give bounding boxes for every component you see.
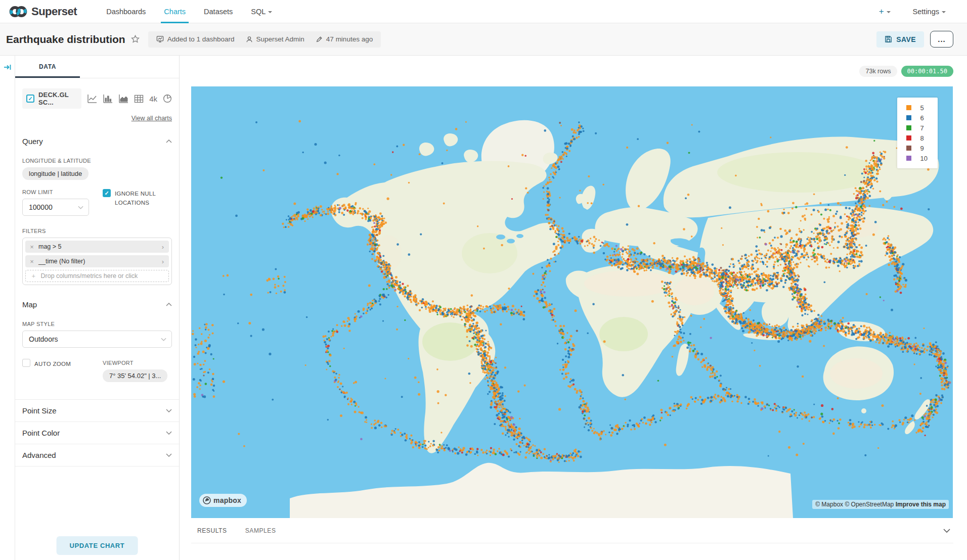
lonlat-label: LONGITUDE & LATITUDE: [22, 158, 172, 164]
chart-meta-bar: Added to 1 dashboard Superset Admin 47 m…: [148, 31, 381, 48]
nav-item-datasets[interactable]: Datasets: [195, 0, 242, 23]
line-chart-icon[interactable]: [87, 94, 97, 103]
query-section-header[interactable]: Query: [22, 137, 172, 146]
filters-label: FILTERS: [22, 228, 172, 234]
pie-chart-icon[interactable]: [163, 94, 172, 103]
table-icon[interactable]: [134, 95, 144, 103]
improve-map-link[interactable]: Improve this map: [896, 501, 946, 508]
ignore-null-label: IGNORE NULL LOCATIONS: [115, 189, 172, 208]
more-options-button[interactable]: ...: [930, 31, 953, 48]
legend-entry[interactable]: 6: [903, 113, 931, 123]
deckgl-map[interactable]: 5678910 mapbox © Mapbox © OpenStreetMap …: [191, 86, 953, 518]
results-tabbar: RESULTS SAMPLES: [191, 518, 953, 543]
superset-infinity-icon: [9, 4, 27, 19]
chevron-down-icon: [166, 409, 172, 412]
chevron-right-icon: ›: [157, 258, 169, 265]
row-count-badge: 73k rows: [859, 66, 897, 77]
pencil-icon: [316, 36, 323, 43]
legend-label: 7: [920, 124, 924, 132]
big-number-icon[interactable]: 4k: [149, 95, 157, 103]
map-attribution: © Mapbox © OpenStreetMap Improve this ma…: [812, 500, 949, 509]
chevron-down-icon: [887, 11, 891, 13]
legend-entry[interactable]: 5: [903, 103, 931, 113]
filter-drop-zone[interactable]: ＋ Drop columns/metrics here or click: [25, 270, 169, 282]
update-chart-button[interactable]: UPDATE CHART: [57, 536, 138, 555]
point-color-section[interactable]: Point Color: [15, 422, 179, 444]
favorite-star-icon[interactable]: [130, 34, 140, 44]
data-panel: DATA ✓ DECK.GL SC...: [15, 56, 180, 560]
legend-entry[interactable]: 7: [903, 123, 931, 133]
legend-label: 5: [920, 104, 924, 112]
nav-item-charts[interactable]: Charts: [155, 0, 195, 23]
row-limit-select[interactable]: 100000: [22, 199, 89, 216]
legend-label: 6: [920, 114, 924, 122]
ignore-null-checkbox: ✓: [103, 189, 111, 197]
legend-swatch: [906, 125, 911, 130]
nav-item-dashboards[interactable]: Dashboards: [97, 0, 155, 23]
tab-results[interactable]: RESULTS: [197, 527, 227, 534]
mapbox-icon: [203, 496, 211, 504]
dashboard-icon: [156, 35, 164, 43]
chevron-right-icon: ›: [157, 243, 169, 251]
top-nav: Superset Dashboards Charts Datasets SQL …: [0, 0, 967, 23]
ignore-null-checkbox-row[interactable]: ✓ IGNORE NULL LOCATIONS: [103, 189, 172, 208]
nav-item-sql[interactable]: SQL: [242, 0, 281, 23]
legend-swatch: [906, 135, 911, 141]
filter-chip-time[interactable]: × __time (No filter) ›: [25, 255, 169, 267]
collapse-results-icon[interactable]: [943, 529, 953, 533]
lonlat-value-pill[interactable]: longitude | latitude: [22, 167, 89, 180]
tab-data[interactable]: DATA: [15, 56, 80, 78]
settings-menu[interactable]: Settings: [904, 0, 955, 23]
legend-label: 8: [920, 134, 924, 142]
legend-swatch: [906, 115, 911, 120]
superset-logo[interactable]: Superset: [9, 4, 77, 19]
row-limit-label: ROW LIMIT: [22, 189, 101, 195]
legend-entry[interactable]: 10: [903, 153, 931, 163]
page-title: Earthquake distribution: [6, 33, 125, 45]
filter-chip-mag[interactable]: × mag > 5 ›: [25, 241, 169, 253]
expand-panel-icon[interactable]: [4, 64, 12, 71]
world-map: [191, 86, 953, 518]
collapse-rail: [0, 56, 15, 560]
chevron-down-icon: [161, 338, 166, 341]
save-icon: [885, 35, 892, 43]
advanced-section[interactable]: Advanced: [15, 444, 179, 466]
panel-tabbar: DATA: [15, 56, 179, 78]
area-chart-icon[interactable]: [118, 94, 128, 103]
point-size-section[interactable]: Point Size: [15, 400, 179, 422]
viz-type-selected[interactable]: ✓ DECK.GL SC...: [22, 88, 81, 109]
user-icon: [246, 36, 253, 43]
chart-header: Earthquake distribution Added to 1 dashb…: [0, 23, 967, 56]
owner-meta[interactable]: Superset Admin: [246, 35, 304, 43]
collapsed-sections: Point Size Point Color Advanced: [15, 399, 179, 466]
remove-filter-icon[interactable]: ×: [25, 243, 38, 251]
chevron-down-icon: [78, 206, 83, 209]
query-timer: 00:00:01.50: [901, 66, 953, 77]
chevron-down-icon: [166, 453, 172, 457]
viz-type-row: ✓ DECK.GL SC...: [22, 88, 172, 109]
legend-label: 9: [920, 145, 924, 152]
legend-swatch: [906, 105, 911, 110]
chevron-down-icon: [268, 11, 272, 13]
legend-entry[interactable]: 9: [903, 143, 931, 153]
auto-zoom-checkbox: [22, 359, 30, 367]
mapbox-logo[interactable]: mapbox: [199, 494, 247, 507]
last-modified-meta[interactable]: 47 minutes ago: [316, 35, 373, 43]
status-row: 73k rows 00:00:01.50: [191, 56, 953, 86]
auto-zoom-checkbox-row[interactable]: AUTO ZOOM: [22, 359, 101, 369]
new-item-button[interactable]: +: [870, 0, 900, 23]
tab-samples[interactable]: SAMPLES: [245, 527, 276, 534]
plus-icon: ＋: [30, 272, 37, 281]
view-all-charts-link[interactable]: View all charts: [22, 115, 172, 122]
remove-filter-icon[interactable]: ×: [25, 258, 38, 265]
legend-swatch: [906, 156, 911, 161]
chevron-down-icon: [166, 431, 172, 435]
dashboards-meta[interactable]: Added to 1 dashboard: [156, 35, 235, 43]
viewport-value-pill[interactable]: 7° 35' 54.02" | 3...: [103, 369, 167, 382]
legend-entry[interactable]: 8: [903, 133, 931, 143]
viz-selected-checkbox: ✓: [26, 95, 34, 103]
map-style-select[interactable]: Outdoors: [22, 331, 172, 348]
map-section-header[interactable]: Map: [22, 300, 172, 309]
bar-chart-icon[interactable]: [103, 94, 113, 103]
save-button[interactable]: SAVE: [876, 31, 924, 48]
